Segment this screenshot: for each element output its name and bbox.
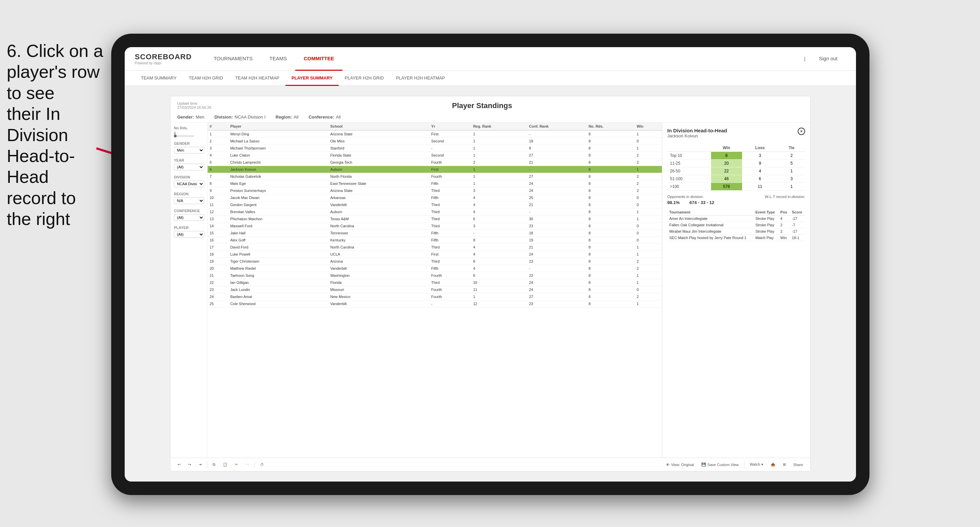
table-row[interactable]: 7 Nicholas Gabrelcik North Florida Fourt…	[208, 173, 662, 180]
cell-year: Fifth	[430, 180, 471, 187]
cell-num: 16	[208, 237, 228, 244]
tourn-col-tournament: Tournament	[667, 209, 753, 216]
table-row[interactable]: 8 Mats Ege East Tennessee State Fifth 1 …	[208, 180, 662, 187]
cell-conf-rank: -	[527, 208, 587, 216]
table-row[interactable]: 13 Phichaksn Maichon Texas A&M Third 6 3…	[208, 216, 662, 222]
gender-select[interactable]: Men	[174, 147, 204, 154]
paste-btn[interactable]: 📋	[221, 461, 229, 468]
cell-reg-rank: 4	[471, 244, 527, 251]
cell-conf-rank: 27	[527, 152, 587, 159]
table-row[interactable]: 18 Luke Powell UCLA First 4 24 8 1	[208, 251, 662, 258]
h2h-opponents-row: Opponents in division: W-L-T record in-d…	[667, 195, 805, 199]
cell-school: Florida State	[328, 152, 430, 159]
tournament-table: Tournament Event Type Pos Score Amer Ari…	[667, 209, 805, 241]
nav-tournaments[interactable]: TOURNAMENTS	[205, 47, 261, 71]
cell-conf-rank: 23	[527, 272, 587, 279]
table-row[interactable]: 20 Matthew Riedel Vanderbilt Fifth 4 - 8…	[208, 265, 662, 272]
timer-btn[interactable]: ⏱	[258, 462, 266, 468]
player-select[interactable]: (All)	[174, 231, 204, 238]
h2h-col-loss: Loss	[742, 144, 778, 152]
cell-school: Missouri	[328, 286, 430, 293]
cell-num: 22	[208, 279, 228, 286]
h2h-row-win: 22	[711, 167, 742, 175]
cell-num: 10	[208, 194, 228, 202]
copy-btn[interactable]: ⧉	[211, 461, 217, 468]
cell-win: 0	[635, 194, 662, 202]
cell-rds: 8	[586, 230, 635, 237]
cell-num: 7	[208, 173, 228, 180]
table-row[interactable]: 22 Ian Gilligan Florida Third 10 24 8 1	[208, 279, 662, 286]
table-row[interactable]: 6 Jackson Koivun Auburn First 1 - 8 1	[208, 166, 662, 173]
save-custom-btn[interactable]: 💾 Save Custom View	[699, 461, 741, 468]
redo-btn[interactable]: ↪	[186, 461, 193, 468]
undo-btn[interactable]: ↩	[176, 461, 183, 468]
cell-win: 2	[635, 173, 662, 180]
table-row[interactable]: 4 Luke Claton Florida State Second 1 27 …	[208, 152, 662, 159]
subnav-team-h2h-heatmap[interactable]: TEAM H2H HEATMAP	[229, 71, 285, 86]
table-row[interactable]: 24 Bastien Amat New Mexico Fourth 1 27 8…	[208, 293, 662, 300]
cell-year: -	[430, 300, 471, 308]
subnav-team-h2h-grid[interactable]: TEAM H2H GRID	[183, 71, 229, 86]
cell-school: UCLA	[328, 251, 430, 258]
cell-num: 6	[208, 166, 228, 173]
cell-rds: 8	[586, 145, 635, 152]
table-row[interactable]: 3 Michael Thorbjornsen Stanford - 1 8 8 …	[208, 145, 662, 152]
more-btn[interactable]: ⋯	[243, 461, 251, 468]
nav-teams[interactable]: TEAMS	[261, 47, 295, 71]
cell-num: 9	[208, 187, 228, 194]
share-btn[interactable]: Share	[791, 462, 805, 468]
table-row[interactable]: 14 Maxwell Ford North Carolina Third 3 2…	[208, 222, 662, 230]
rounds-slider[interactable]	[174, 135, 194, 137]
logo-area: SCOREBOARD Powered by clippi	[135, 52, 192, 65]
nav-committee[interactable]: COMMITTEE	[295, 47, 342, 71]
subnav-player-h2h-heatmap[interactable]: PLAYER H2H HEATMAP	[390, 71, 451, 86]
table-row[interactable]: 15 Jake Hall Tennessee Fifth - 18 8 0	[208, 230, 662, 237]
cell-reg-rank: 1	[471, 152, 527, 159]
table-row[interactable]: 25 Cole Sherwood Vanderbilt - 12 23 8 1	[208, 300, 662, 308]
expand-btn[interactable]: ⊞	[781, 461, 788, 468]
cell-rds: 8	[586, 222, 635, 230]
cell-conf-rank: 24	[527, 180, 587, 187]
cell-player: Luke Powell	[228, 251, 328, 258]
table-row[interactable]: 12 Brendan Valles Auburn Third 4 - 8 1	[208, 208, 662, 216]
watch-btn[interactable]: Watch ▾	[748, 461, 765, 468]
table-row[interactable]: 5 Christo Lamprecht Georgia Tech Fourth …	[208, 159, 662, 166]
h2h-row-label: 26-50	[667, 167, 711, 175]
cell-conf-rank: 30	[527, 216, 587, 222]
sign-out-btn[interactable]: Sign out	[810, 47, 846, 71]
cell-rds: 8	[586, 138, 635, 145]
table-row[interactable]: 2 Michael La Sasso Ole Miss Second 1 18 …	[208, 138, 662, 145]
subnav-team-summary[interactable]: TEAM SUMMARY	[135, 71, 183, 86]
bottom-toolbar: ↩ ↪ ⇥ ⧉ 📋 ✂ ⋯ ⏱ 👁 View: Original	[170, 458, 810, 471]
forward-btn[interactable]: ⇥	[196, 461, 204, 468]
table-row[interactable]: 17 David Ford North Carolina Third 4 21 …	[208, 244, 662, 251]
subnav-player-h2h-grid[interactable]: PLAYER H2H GRID	[339, 71, 390, 86]
cell-reg-rank: 12	[471, 300, 527, 308]
table-row[interactable]: 16 Alex Goff Kentucky Fifth 8 19 8 0	[208, 237, 662, 244]
cell-school: Ole Miss	[328, 138, 430, 145]
h2h-row-loss: 6	[742, 175, 778, 183]
cell-rds: 8	[586, 258, 635, 265]
cell-conf-rank: 21	[527, 159, 587, 166]
view-original-btn[interactable]: 👁 View: Original	[664, 462, 696, 468]
subnav-player-summary[interactable]: PLAYER SUMMARY	[285, 71, 339, 86]
conference-select[interactable]: (All)	[174, 214, 204, 221]
table-row[interactable]: 19 Tiger Christensen Arizona Third 8 23 …	[208, 258, 662, 265]
table-row[interactable]: 21 Taehoon Song Washington Fourth 6 23 8…	[208, 272, 662, 279]
cell-rds: 8	[586, 216, 635, 222]
cell-num: 12	[208, 208, 228, 216]
table-row[interactable]: 10 Jacob Mac Diwan Arkansas Fifth 4 25 8…	[208, 194, 662, 202]
year-select[interactable]: (All)	[174, 163, 204, 170]
table-row[interactable]: 1 Wenyi Ding Arizona State First 1 - 8 1	[208, 130, 662, 138]
table-row[interactable]: 11 Gordon Sargent Vanderbilt Third 4 21 …	[208, 202, 662, 208]
division-select[interactable]: NCAA Division I	[174, 181, 204, 187]
cell-num: 15	[208, 230, 228, 237]
region-select[interactable]: N/A	[174, 197, 204, 204]
h2h-close-button[interactable]: ×	[798, 128, 805, 135]
share-btn-icon[interactable]: 📤	[769, 461, 778, 468]
cut-btn[interactable]: ✂	[233, 461, 240, 468]
table-row[interactable]: 23 Jack Lundin Missouri Fourth 11 24 8 0	[208, 286, 662, 293]
toolbar-sep-3	[744, 461, 745, 468]
table-row[interactable]: 9 Preston Summerhays Arizona State Third…	[208, 187, 662, 194]
tourn-pos: Win	[778, 235, 790, 241]
